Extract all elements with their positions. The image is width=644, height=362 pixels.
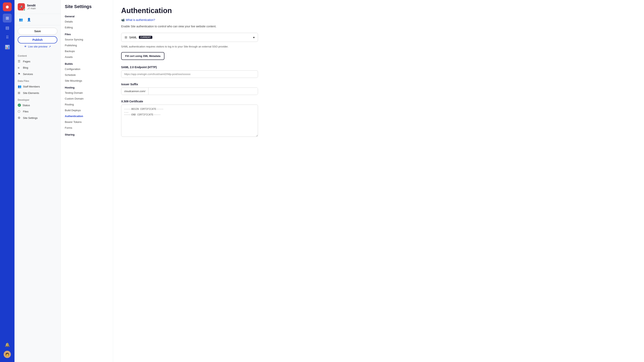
site-info: Sendit ⎇ main xyxy=(27,4,57,10)
auth-type-dropdown[interactable]: ⊞ SAML CURRENT ▾ xyxy=(121,33,258,42)
custom-domain-link[interactable]: Custom Domain xyxy=(61,96,113,102)
saml-endpoint-group: SAML 2.0 Endpoint (HTTP) xyxy=(121,65,258,78)
sidebar-item-files[interactable]: ⬡ Files xyxy=(14,108,60,115)
publishing-link[interactable]: Publishing xyxy=(61,42,113,48)
sidebar-item-status[interactable]: ✓ Status xyxy=(14,102,60,108)
saml-description: SAML authentication requires visitors to… xyxy=(121,45,258,48)
dropdown-left: ⊞ SAML CURRENT xyxy=(124,35,152,39)
dropdown-value: SAML xyxy=(129,36,137,39)
build-deploys-link[interactable]: Build Deploys xyxy=(61,107,113,113)
site-mountings-link[interactable]: Site Mountings xyxy=(61,78,113,84)
avatar[interactable]: 🧑 xyxy=(4,351,11,358)
hosting-group-label: Hosting xyxy=(61,84,113,90)
sidebar-item-services[interactable]: ⚑ Services xyxy=(14,71,60,77)
sidebar-item-pages[interactable]: ☰ Pages xyxy=(14,58,60,64)
team-users-icon[interactable]: 👥 xyxy=(18,16,24,23)
staff-label: Staff Members xyxy=(23,85,40,88)
eye-icon: 👁 xyxy=(24,45,27,48)
bearer-tokens-link[interactable]: Bearer Tokens xyxy=(61,119,113,125)
saml-endpoint-input[interactable] xyxy=(121,70,258,78)
status-label: Status xyxy=(22,104,30,107)
issuer-suffix-input[interactable] xyxy=(148,88,258,95)
details-link[interactable]: Details xyxy=(61,19,113,24)
layout-nav-icon[interactable]: ▤ xyxy=(3,23,12,32)
content-section-label: Content xyxy=(14,52,60,58)
status-dot xyxy=(23,9,25,11)
files-group-label: Files xyxy=(61,30,113,37)
pages-icon: ☰ xyxy=(18,59,21,63)
builds-group: Builds Configuration Schedule Site Mount… xyxy=(61,60,113,84)
sharing-group: Sharing xyxy=(61,131,113,137)
live-preview-link[interactable]: 👁 Live site preview ↗ xyxy=(18,45,57,48)
grid-nav-icon[interactable]: ⊞ xyxy=(3,14,12,22)
icon-bar: ◉ ⊞ ▤ ⠿ 📊 🔔 🧑 xyxy=(0,0,14,362)
settings-panel-title: Site Settings xyxy=(61,4,113,12)
sidebar-header: 🚀 Sendit ⎇ main xyxy=(14,0,60,14)
files-icon: ⬡ xyxy=(18,110,21,113)
issuer-prefix: cloudcannon.com/ xyxy=(121,88,148,95)
services-icon: ⚑ xyxy=(18,72,21,76)
branch-name: main xyxy=(30,7,36,10)
page-title: Authentication xyxy=(121,6,636,15)
backups-link[interactable]: Backups xyxy=(61,48,113,54)
chart-nav-icon[interactable]: 📊 xyxy=(3,43,12,51)
files-group: Files Source Syncing Publishing Backups … xyxy=(61,30,113,60)
files-label: Files xyxy=(23,110,28,113)
main-content: Authentication 📹 What is authentication?… xyxy=(113,0,644,362)
sidebar-item-site-elements[interactable]: ⊞ Site Elements xyxy=(14,90,60,96)
elements-label: Site Elements xyxy=(23,91,39,94)
status-icon: ✓ xyxy=(18,104,21,107)
sidebar-users: 👥 👤 xyxy=(14,14,60,25)
staff-icon: 👥 xyxy=(18,85,21,88)
site-logo-icon: 🚀 xyxy=(18,3,25,10)
x509-cert-group: X.509 Certificate -----BEGIN CERTIFICATE… xyxy=(121,100,258,138)
source-syncing-link[interactable]: Source Syncing xyxy=(61,37,113,42)
app-logo-icon[interactable]: ◉ xyxy=(3,2,12,11)
testing-domain-link[interactable]: Testing Domain xyxy=(61,90,113,96)
video-icon: 📹 xyxy=(121,18,124,21)
help-link[interactable]: 📹 What is authentication? xyxy=(121,18,155,21)
current-badge: CURRENT xyxy=(139,36,152,39)
saml-endpoint-label: SAML 2.0 Endpoint (HTTP) xyxy=(121,65,258,69)
elements-icon: ⊞ xyxy=(18,91,21,95)
single-user-icon[interactable]: 👤 xyxy=(26,16,32,23)
sidebar-actions: Save Publish 👁 Live site preview ↗ xyxy=(14,25,60,50)
issuer-suffix-group: Issuer Suffix cloudcannon.com/ xyxy=(121,83,258,95)
sharing-group-label: Sharing xyxy=(61,131,113,137)
editing-link[interactable]: Editing xyxy=(61,24,113,30)
issuer-suffix-label: Issuer Suffix xyxy=(121,83,258,86)
data-files-section-label: Data Files xyxy=(14,77,60,83)
sidebar-nav: Content ☰ Pages ≡ Blog ⚑ Services Data F… xyxy=(14,50,60,362)
bell-icon[interactable]: 🔔 xyxy=(3,340,12,349)
sidebar-item-site-settings[interactable]: ⚙ Site Settings xyxy=(14,115,60,121)
branch-icon: ⎇ xyxy=(27,7,30,10)
general-group-label: General xyxy=(61,12,113,19)
help-link-text: What is authentication? xyxy=(126,18,155,21)
fill-cert-button[interactable]: Fill cert using XML Metadata xyxy=(121,52,164,60)
authentication-link[interactable]: Authentication xyxy=(61,113,113,119)
apps-nav-icon[interactable]: ⠿ xyxy=(3,33,12,42)
x509-cert-textarea[interactable]: -----BEGIN CERTIFICATE----- ... -----END… xyxy=(121,105,258,137)
sidebar-item-staff-members[interactable]: 👥 Staff Members xyxy=(14,83,60,90)
sidebar: 🚀 Sendit ⎇ main 👥 👤 Save Publish 👁 Live … xyxy=(14,0,61,362)
sidebar-item-blog[interactable]: ≡ Blog xyxy=(14,64,60,71)
routing-link[interactable]: Routing xyxy=(61,102,113,107)
configuration-link[interactable]: Configuration xyxy=(61,66,113,72)
settings-panel: Site Settings General Details Editing Fi… xyxy=(61,0,113,362)
developer-section-label: Developer xyxy=(14,96,60,102)
x509-cert-label: X.509 Certificate xyxy=(121,100,258,103)
publish-button[interactable]: Publish xyxy=(18,36,57,43)
forms-link[interactable]: Forms xyxy=(61,125,113,131)
builds-group-label: Builds xyxy=(61,60,113,66)
services-label: Services xyxy=(23,73,33,76)
site-settings-icon: ⚙ xyxy=(18,116,21,120)
blog-icon: ≡ xyxy=(18,66,21,69)
description-text: Enable Site authentication to control wh… xyxy=(121,25,636,28)
site-name: Sendit xyxy=(27,4,57,7)
schedule-link[interactable]: Schedule xyxy=(61,72,113,78)
save-button[interactable]: Save xyxy=(18,28,57,34)
assets-link[interactable]: Assets xyxy=(61,54,113,60)
pages-label: Pages xyxy=(23,60,30,63)
saml-grid-icon: ⊞ xyxy=(124,35,127,39)
site-branch: ⎇ main xyxy=(27,7,57,10)
